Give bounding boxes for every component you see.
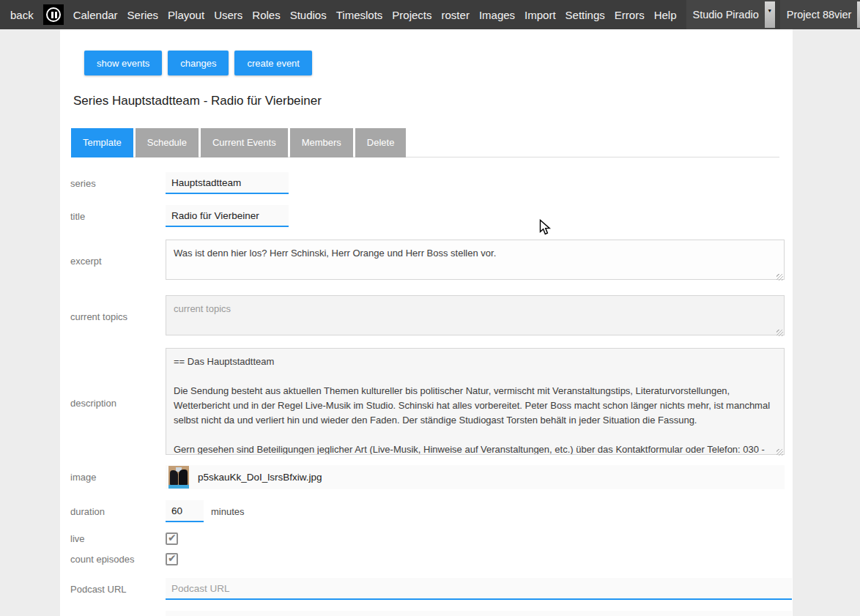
logo-ring — [46, 7, 61, 22]
image-label: image — [60, 472, 166, 483]
nav-item-calendar[interactable]: Calendar — [73, 9, 118, 21]
description-row: description == Das Hauptstadtteam Die Se… — [60, 348, 793, 458]
nav-item-series[interactable]: Series — [127, 9, 159, 21]
title-row: title — [60, 205, 793, 227]
series-label: series — [60, 178, 166, 189]
podcast-url-row: Podcast URL — [60, 578, 793, 600]
series-image-thumbnail[interactable] — [168, 466, 189, 489]
archive-url-row: Archive URL — [60, 611, 793, 616]
studio-select[interactable]: Studio Piradio ▼ — [686, 0, 775, 29]
page-title: Series Hauptstadtteam - Radio für Vierbe… — [73, 94, 793, 108]
studio-select-arrow[interactable]: ▼ — [765, 1, 775, 28]
logo-pause-bar — [55, 12, 57, 18]
studio-select-value: Studio Piradio — [693, 9, 759, 21]
nav-item-playout[interactable]: Playout — [168, 9, 204, 21]
checkmark-icon: ✔ — [168, 532, 177, 543]
count-episodes-label: count episodes — [60, 554, 166, 565]
nav-item-timeslots[interactable]: Timeslots — [336, 9, 383, 21]
tab-delete[interactable]: Delete — [355, 128, 407, 157]
project-select-value: Project 88vier — [787, 9, 852, 21]
show-events-button[interactable]: show events — [84, 51, 162, 75]
nav-item-projects[interactable]: Projects — [392, 9, 431, 21]
live-checkbox[interactable]: ✔ — [166, 532, 178, 545]
live-label: live — [60, 533, 166, 544]
piradio-logo-icon[interactable] — [43, 4, 64, 25]
series-input[interactable] — [166, 172, 289, 194]
duration-label: duration — [60, 506, 166, 517]
podcast-url-input[interactable] — [166, 578, 792, 600]
excerpt-textarea[interactable]: Was ist denn hier los? Herr Schinski, He… — [166, 240, 785, 280]
title-label: title — [60, 211, 166, 222]
count-episodes-row: count episodes ✔ — [60, 553, 793, 565]
live-row: live ✔ — [60, 532, 793, 545]
tab-members[interactable]: Members — [290, 128, 353, 157]
nav-item-help[interactable]: Help — [654, 9, 677, 21]
tab-template[interactable]: Template — [71, 128, 133, 157]
top-navbar: back Calendar Series Playout Users Roles… — [0, 0, 860, 29]
count-episodes-checkbox[interactable]: ✔ — [166, 553, 178, 565]
tab-current-events[interactable]: Current Events — [201, 128, 288, 157]
description-textarea[interactable]: == Das Hauptstadtteam Die Sendung besteh… — [166, 348, 785, 455]
description-label: description — [60, 398, 166, 409]
tab-bar: Template Schedule Current Events Members… — [71, 128, 779, 157]
nav-item-users[interactable]: Users — [214, 9, 242, 21]
series-row: series — [60, 172, 793, 194]
excerpt-row: excerpt Was ist denn hier los? Herr Schi… — [60, 240, 793, 283]
image-field: p5skauKk_DoI_lsrsBfxiw.jpg — [166, 465, 785, 489]
duration-unit-label: minutes — [211, 506, 245, 517]
nav-item-images[interactable]: Images — [479, 9, 515, 21]
project-select[interactable]: Project 88vier ▼ — [780, 0, 860, 29]
excerpt-label: excerpt — [60, 256, 166, 267]
current-topics-textarea[interactable] — [166, 295, 785, 335]
nav-item-errors[interactable]: Errors — [615, 9, 645, 21]
main-content: show events changes create event Series … — [60, 29, 793, 616]
nav-item-studios[interactable]: Studios — [290, 9, 327, 21]
chevron-down-icon: ▼ — [767, 8, 772, 13]
image-filename: p5skauKk_DoI_lsrsBfxiw.jpg — [198, 472, 322, 483]
nav-item-import[interactable]: Import — [524, 9, 556, 21]
changes-button[interactable]: changes — [168, 51, 229, 75]
nav-item-back[interactable]: back — [10, 9, 34, 21]
project-select-arrow[interactable]: ▼ — [857, 1, 860, 28]
current-topics-row: current topics — [60, 295, 793, 338]
duration-input[interactable] — [166, 500, 204, 522]
current-topics-label: current topics — [60, 311, 166, 322]
tab-schedule[interactable]: Schedule — [136, 128, 199, 157]
duration-row: duration minutes — [60, 500, 793, 522]
nav-item-roster[interactable]: roster — [442, 9, 470, 21]
title-input[interactable] — [166, 205, 289, 227]
action-toolbar: show events changes create event — [84, 51, 793, 75]
checkmark-icon: ✔ — [168, 552, 177, 564]
nav-item-roles[interactable]: Roles — [252, 9, 280, 21]
image-row: image p5skauKk_DoI_lsrsBfxiw.jpg — [60, 465, 793, 489]
create-event-button[interactable]: create event — [234, 51, 312, 75]
nav-item-settings[interactable]: Settings — [566, 9, 605, 21]
archive-url-input[interactable] — [166, 611, 792, 616]
podcast-url-label: Podcast URL — [60, 584, 166, 595]
logo-pause-bar — [51, 12, 53, 18]
